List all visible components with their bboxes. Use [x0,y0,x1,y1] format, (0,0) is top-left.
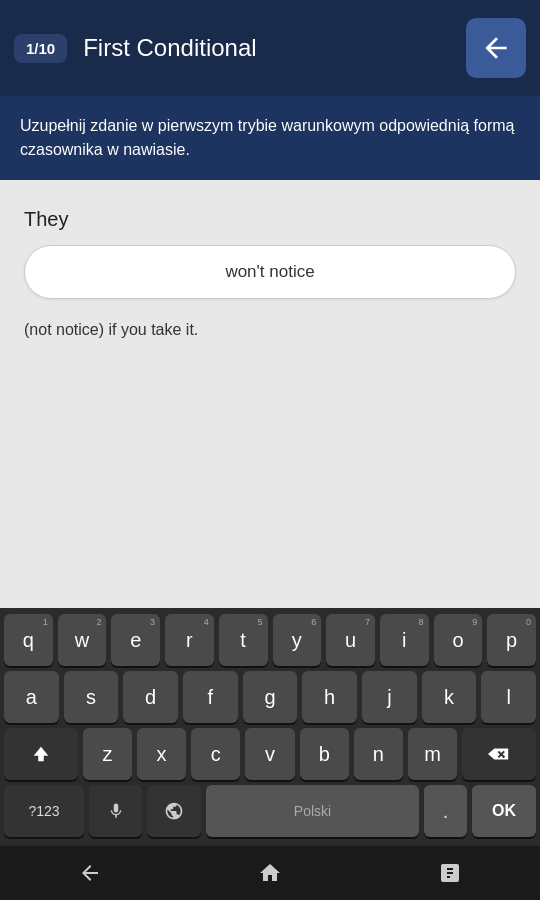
key-e[interactable]: 3e [111,614,160,666]
instruction-bar: Uzupełnij zdanie w pierwszym trybie waru… [0,96,540,180]
key-j[interactable]: j [362,671,417,723]
key-r[interactable]: 4r [165,614,214,666]
key-h[interactable]: h [302,671,357,723]
key-l[interactable]: l [481,671,536,723]
back-arrow-icon [480,32,512,64]
keyboard-row-3: z x c v b n m [4,728,536,780]
subject-label: They [24,208,516,231]
globe-icon [164,801,184,821]
key-mic[interactable] [89,785,142,837]
mic-icon [107,800,125,822]
instruction-text: Uzupełnij zdanie w pierwszym trybie waru… [20,117,514,158]
nav-back-icon [78,861,102,885]
key-i[interactable]: 8i [380,614,429,666]
key-m[interactable]: m [408,728,457,780]
nav-recent-button[interactable] [438,861,462,885]
nav-bar [0,846,540,900]
key-w[interactable]: 2w [58,614,107,666]
key-period[interactable]: . [424,785,467,837]
suffix-text: (not notice) if you take it. [24,321,516,339]
content-area: They (not notice) if you take it. [0,180,540,608]
key-b[interactable]: b [300,728,349,780]
answer-input[interactable] [24,245,516,299]
back-button[interactable] [466,18,526,78]
key-y[interactable]: 6y [273,614,322,666]
key-ok[interactable]: OK [472,785,536,837]
key-k[interactable]: k [422,671,477,723]
key-g[interactable]: g [243,671,298,723]
nav-home-button[interactable] [258,861,282,885]
key-z[interactable]: z [83,728,132,780]
key-c[interactable]: c [191,728,240,780]
key-space[interactable]: Polski [206,785,419,837]
key-p[interactable]: 0p [487,614,536,666]
key-d[interactable]: d [123,671,178,723]
key-u[interactable]: 7u [326,614,375,666]
key-v[interactable]: v [245,728,294,780]
nav-home-icon [258,861,282,885]
key-s[interactable]: s [64,671,119,723]
header: 1/10 First Conditional [0,0,540,96]
key-q[interactable]: 1q [4,614,53,666]
keyboard-row-1: 1q 2w 3e 4r 5t 6y 7u 8i 9o 0p [4,614,536,666]
header-title: First Conditional [83,34,466,62]
key-a[interactable]: a [4,671,59,723]
counter-badge: 1/10 [14,34,67,63]
key-globe[interactable] [147,785,200,837]
key-shift[interactable] [4,728,78,780]
key-x[interactable]: x [137,728,186,780]
key-num-switch[interactable]: ?123 [4,785,84,837]
nav-back-button[interactable] [78,861,102,885]
key-o[interactable]: 9o [434,614,483,666]
keyboard: 1q 2w 3e 4r 5t 6y 7u 8i 9o 0p a s d f g … [0,608,540,846]
nav-recent-icon [438,861,462,885]
keyboard-row-4: ?123 Polski . OK [4,785,536,837]
delete-icon [488,745,510,763]
key-n[interactable]: n [354,728,403,780]
key-delete[interactable] [462,728,536,780]
key-t[interactable]: 5t [219,614,268,666]
shift-icon [30,743,52,765]
keyboard-row-2: a s d f g h j k l [4,671,536,723]
key-f[interactable]: f [183,671,238,723]
